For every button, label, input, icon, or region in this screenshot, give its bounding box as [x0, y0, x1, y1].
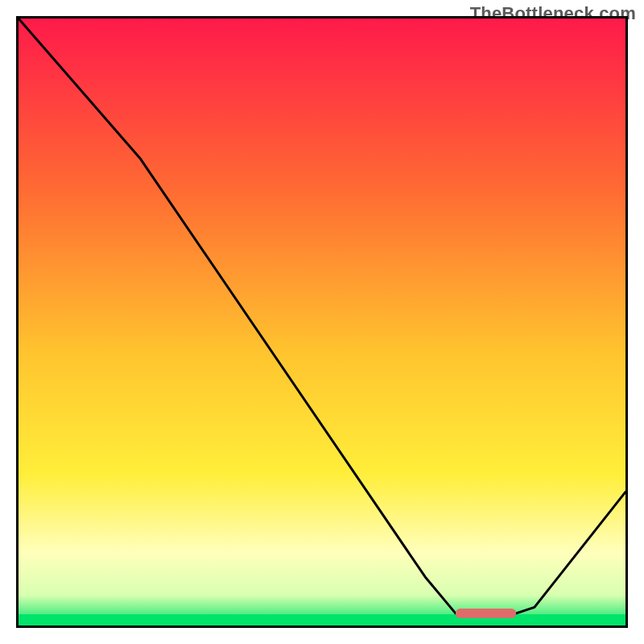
gradient-background [19, 19, 625, 625]
optimal-marker [456, 609, 516, 618]
chart-stage: TheBottleneck.com [0, 0, 644, 644]
green-band [19, 614, 625, 625]
plot-frame [16, 16, 628, 628]
plot-svg [19, 19, 625, 625]
